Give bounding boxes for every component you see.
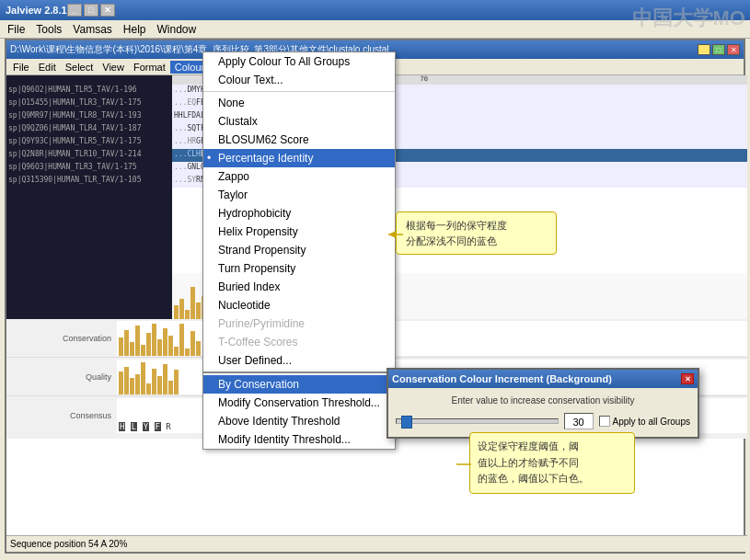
bar <box>135 326 140 356</box>
menu-hydrophobicity[interactable]: Hydrophobicity <box>203 204 395 223</box>
menu-window[interactable]: Window <box>152 21 202 38</box>
menu-apply-all[interactable]: Apply Colour To All Groups <box>203 52 395 71</box>
bar <box>179 324 184 356</box>
consensus-text: H L Y F R <box>119 422 171 431</box>
menu-strand-propensity[interactable]: Strand Propensity <box>203 241 395 259</box>
dialog-checkbox-label: Apply to all Groups <box>599 416 691 427</box>
bar <box>157 376 162 394</box>
doc-menu-file[interactable]: File <box>8 61 34 74</box>
menu-none[interactable]: None <box>203 94 395 112</box>
doc-minimize-button[interactable]: _ <box>698 44 710 55</box>
sequence-names: sp|Q96O2|HUMAN_TLR5_TAV/1-196 sp|O15455|… <box>6 85 172 188</box>
bar <box>152 324 156 356</box>
bar <box>190 287 195 319</box>
bar <box>190 331 195 356</box>
bar <box>168 381 173 394</box>
menu-colour-text[interactable]: Colour Text... <box>203 71 395 89</box>
dialog-title-text: Conservation Colour Increment (Backgroun… <box>392 373 612 384</box>
bar <box>163 364 167 394</box>
bar <box>135 374 140 394</box>
menu-purine: Purine/Pyrimidine <box>203 314 395 333</box>
status-bar: Sequence position 54 A 20% <box>6 535 747 552</box>
bar <box>124 330 129 356</box>
minimize-button[interactable]: _ <box>67 4 82 17</box>
menu-nucleotide[interactable]: Nucleotide <box>203 296 395 314</box>
bar <box>124 367 129 394</box>
dialog-content: Enter value to increase conservation vis… <box>388 388 698 437</box>
bar <box>196 341 201 356</box>
bar <box>130 342 134 356</box>
bar <box>146 333 151 356</box>
menu-taylor[interactable]: Taylor <box>203 186 395 204</box>
menu-buried-index[interactable]: Buried Index <box>203 278 395 296</box>
bar <box>174 305 179 319</box>
seq-name-1: sp|Q96O2|HUMAN_TLR5_TAV/1-196 <box>6 85 172 97</box>
doc-menu-view[interactable]: View <box>98 61 129 74</box>
bar <box>163 328 167 356</box>
jalview-window: Jalview 2.8.1 _ □ ✕ File Tools Vamsas He… <box>0 0 750 560</box>
doc-maximize-button[interactable]: □ <box>712 44 725 55</box>
doc-menu-select[interactable]: Select <box>61 61 98 74</box>
menu-modify-conservation[interactable]: Modify Conservation Threshold... <box>203 394 395 412</box>
bar <box>130 378 134 394</box>
menu-vamsas[interactable]: Vamsas <box>67 21 117 38</box>
menu-helix-propensity[interactable]: Helix Propensity <box>203 223 395 241</box>
menu-user-defined[interactable]: User Defined... <box>203 351 395 370</box>
callout-1: 根据每一列的保守程度分配深浅不同的蓝色 <box>396 211 557 255</box>
dialog-close-button[interactable]: ✕ <box>681 373 694 384</box>
bar <box>146 383 151 394</box>
menu-modify-identity[interactable]: Modify Identity Threshold... <box>203 430 395 449</box>
doc-title-buttons: _ □ ✕ <box>698 44 740 55</box>
colour-dropdown-menu: Apply Colour To All Groups Colour Text..… <box>202 51 396 450</box>
bar <box>185 310 190 319</box>
bar <box>196 303 201 319</box>
watermark-text: 中国大学MO <box>632 6 745 29</box>
conservation-label: Conservation <box>6 334 117 343</box>
title-bar-buttons: _ □ ✕ <box>67 4 115 17</box>
menu-pct-identity[interactable]: Percentage Identity <box>203 149 395 167</box>
dialog-label: Enter value to increase conservation vis… <box>396 395 690 406</box>
seq-name-4: sp|Q9QZ06|HUMAN_TLR4_TAV/1-187 <box>6 123 172 136</box>
menu-help[interactable]: Help <box>118 21 152 38</box>
bar <box>157 339 162 356</box>
dialog-title-bar: Conservation Colour Increment (Backgroun… <box>388 370 698 388</box>
menu-zappo[interactable]: Zappo <box>203 167 395 186</box>
conservation-dialog: Conservation Colour Increment (Backgroun… <box>387 368 699 439</box>
menu-above-identity[interactable]: Above Identity Threshold <box>203 412 395 430</box>
menu-by-conservation[interactable]: By Conservation <box>203 375 395 394</box>
bar <box>152 369 156 394</box>
callout-1-text: 根据每一列的保守程度分配深浅不同的蓝色 <box>406 220 507 246</box>
doc-menu-edit[interactable]: Edit <box>34 61 61 74</box>
consensus-label: Consensus <box>6 411 117 420</box>
bar <box>174 370 179 394</box>
doc-close-button[interactable]: ✕ <box>727 44 740 55</box>
bar <box>141 345 145 356</box>
seq-name-2: sp|O15455|HUMAN_TLR3_TAV/1-175 <box>6 97 172 110</box>
seq-name-5: sp|Q9Y93C|HUMAN_TLR5_TAV/1-175 <box>6 136 172 149</box>
separator-1 <box>203 91 395 92</box>
seq-name-7: sp|Q96O3|HUMAN_TLR3_TAV/1-175 <box>6 162 172 175</box>
bar <box>168 336 173 356</box>
menu-tcoffee: T-Coffee Scores <box>203 333 395 351</box>
apply-to-all-checkbox[interactable] <box>599 416 610 427</box>
seq-name-3: sp|Q9MR97|HUMAN_TLR8_TAV/1-193 <box>6 110 172 123</box>
menu-tools[interactable]: Tools <box>30 21 67 38</box>
status-text: Sequence position 54 A 20% <box>10 539 127 549</box>
slider-thumb[interactable] <box>401 416 412 429</box>
quality-label: Quality <box>6 372 117 382</box>
doc-menu-format[interactable]: Format <box>129 61 170 74</box>
menu-blosum62[interactable]: BLOSUM62 Score <box>203 131 395 149</box>
menu-file[interactable]: File <box>2 21 30 38</box>
maximize-button[interactable]: □ <box>84 4 98 17</box>
dialog-slider-row: 30 Apply to all Groups <box>396 413 690 429</box>
dialog-value-box[interactable]: 30 <box>564 413 594 429</box>
bar <box>119 337 123 356</box>
separator-2 <box>203 371 395 373</box>
callout-2: 设定保守程度阈值，阈值以上的才给赋予不同的蓝色，阈值以下白色。 <box>469 432 635 494</box>
menu-turn-propensity[interactable]: Turn Propensity <box>203 259 395 278</box>
title-bar-text: Jalview 2.8.1 <box>6 5 67 16</box>
menu-clustalx[interactable]: Clustalx <box>203 112 395 131</box>
slider-track[interactable] <box>396 418 559 424</box>
close-button[interactable]: ✕ <box>100 4 115 17</box>
checkbox-label-text: Apply to all Groups <box>613 417 691 427</box>
